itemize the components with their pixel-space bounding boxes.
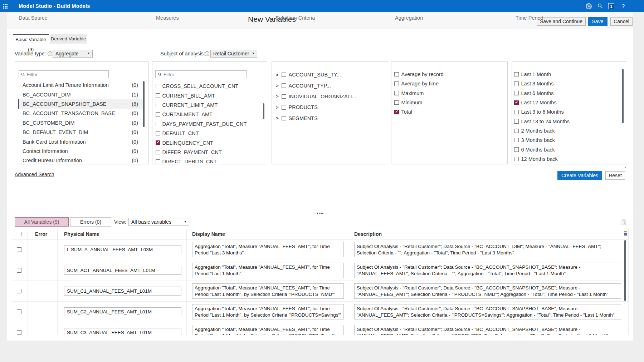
aggregation-checkbox[interactable] bbox=[394, 81, 399, 86]
chevron-right-icon[interactable]: > bbox=[276, 94, 282, 99]
selection-criteria-checkbox[interactable] bbox=[282, 83, 286, 88]
chevron-right-icon[interactable]: > bbox=[276, 72, 282, 78]
display-name-input[interactable]: Aggregation "Total", Measure "ANNUAL_FEE… bbox=[192, 242, 344, 257]
variable-type-dropdown[interactable]: Aggregate ▼ bbox=[53, 50, 93, 58]
list-item[interactable]: CURRENT_LIMIT_AMT bbox=[156, 100, 263, 110]
list-item[interactable]: Account Limit And Tenure Information (0) bbox=[18, 80, 144, 90]
tree-item[interactable]: > ACCOUNT_SUB_TY... bbox=[275, 69, 386, 80]
list-item[interactable]: BC_ACCOUNT_TRANSACTION_BASE (0) bbox=[18, 109, 144, 118]
aggregation-checkbox[interactable] bbox=[394, 110, 399, 114]
list-item[interactable]: Contact Information (0) bbox=[18, 147, 144, 156]
cancel-button[interactable]: Cancel bbox=[610, 17, 633, 26]
time-period-checkbox[interactable] bbox=[514, 81, 519, 86]
list-item[interactable]: CURRENT_BILL_AMT bbox=[156, 91, 263, 100]
description-input[interactable]: Subject Of Analysis - "Retail Customer";… bbox=[354, 263, 621, 278]
description-input[interactable]: Subject Of Analysis - "Retail Customer";… bbox=[354, 242, 621, 257]
list-item[interactable]: BC_ACCOUNT_DIM (1) bbox=[18, 90, 144, 99]
tab-derived-variable[interactable]: Derived Variable bbox=[50, 34, 87, 44]
advanced-search-link[interactable]: Advanced Search bbox=[15, 172, 54, 177]
time-period-checkbox[interactable] bbox=[514, 110, 519, 114]
description-input[interactable]: Subject Of Analysis - "Retail Customer";… bbox=[354, 283, 621, 299]
list-item[interactable]: Average by time bbox=[394, 79, 504, 88]
physical-name-input[interactable]: SUM_C2_ANNUAL_FEES_AMT_L01M bbox=[64, 307, 181, 316]
measure-checkbox[interactable] bbox=[156, 122, 160, 127]
tab-all-variables[interactable]: All Variables (9) bbox=[15, 217, 69, 227]
data-source-filter-input[interactable]: Filter bbox=[19, 70, 109, 78]
aggregation-checkbox[interactable] bbox=[394, 91, 399, 95]
selection-criteria-checkbox[interactable] bbox=[282, 94, 286, 99]
description-input[interactable]: Subject Of Analysis - "Retail Customer";… bbox=[354, 325, 621, 335]
list-item[interactable]: BC_CUSTOMER_DIM (0) bbox=[18, 118, 144, 128]
list-item[interactable]: BC_ACCOUNT_SNAPSHOT_BASE (8) bbox=[18, 99, 144, 109]
time-period-checkbox[interactable] bbox=[514, 147, 519, 152]
measure-checkbox[interactable] bbox=[156, 93, 160, 98]
selection-criteria-checkbox[interactable] bbox=[282, 105, 286, 110]
list-item[interactable]: CROSS_SELL_ACCOUNT_CNT bbox=[156, 81, 263, 91]
time-period-checkbox[interactable] bbox=[514, 138, 519, 143]
create-variables-button[interactable]: Create Variables bbox=[557, 171, 602, 180]
column-header-display-name[interactable]: Display Name bbox=[187, 229, 349, 239]
physical-name-input[interactable]: SUM_C1_ANNUAL_FEES_AMT_L01M bbox=[64, 287, 181, 296]
tab-basic-variable[interactable]: Basic Variable (9) bbox=[13, 34, 49, 44]
time-period-checkbox[interactable] bbox=[514, 91, 519, 95]
chevron-right-icon[interactable]: > bbox=[276, 105, 282, 110]
column-header-description[interactable]: Description bbox=[349, 229, 629, 239]
column-header-physical-name[interactable]: Physical Name bbox=[58, 229, 187, 239]
list-item[interactable]: Minimum bbox=[394, 98, 504, 107]
search-icon[interactable] bbox=[596, 0, 604, 12]
subject-of-analysis-dropdown[interactable]: Retail Customer ▼ bbox=[210, 50, 257, 58]
row-select-checkbox[interactable] bbox=[17, 289, 21, 293]
row-select-checkbox[interactable] bbox=[17, 247, 21, 252]
measure-checkbox[interactable] bbox=[156, 159, 160, 164]
help-icon[interactable]: ? bbox=[620, 0, 627, 12]
selection-criteria-checkbox[interactable] bbox=[282, 116, 286, 121]
description-input[interactable]: Subject Of Analysis - "Retail Customer";… bbox=[354, 304, 621, 319]
view-dropdown[interactable]: All basic variables ▼ bbox=[128, 218, 189, 226]
display-name-input[interactable]: Aggregation "Total", Measure "ANNUAL_FEE… bbox=[192, 263, 344, 278]
selection-criteria-list[interactable]: > ACCOUNT_SUB_TY... > ACCOUNT_TYP... > I… bbox=[275, 69, 386, 163]
measure-checkbox[interactable] bbox=[156, 103, 160, 108]
select-all-checkbox[interactable] bbox=[17, 232, 21, 237]
list-item[interactable]: Credit Bureau Information (0) bbox=[18, 156, 144, 164]
tab-errors[interactable]: Errors (0) bbox=[70, 217, 111, 227]
time-period-checkbox[interactable] bbox=[514, 100, 519, 105]
list-item[interactable]: DIRECT_DEBITS_CNT bbox=[156, 157, 263, 164]
time-period-checkbox[interactable] bbox=[514, 129, 519, 133]
notification-badge[interactable]: 1 bbox=[608, 3, 614, 9]
list-item[interactable]: Bank Card Lost Information (0) bbox=[18, 137, 144, 146]
list-item[interactable]: BC_DEFAULT_EVENT_DIM (0) bbox=[18, 128, 144, 137]
measure-checkbox[interactable] bbox=[156, 140, 160, 145]
measure-checkbox[interactable] bbox=[156, 150, 160, 155]
display-name-input[interactable]: Aggregation "Total", Measure "ANNUAL_FEE… bbox=[192, 325, 344, 335]
physical-name-input[interactable]: I_SUM_A_ANNUAL_FEES_AMT_L03M bbox=[64, 245, 181, 254]
time-period-scrollbar[interactable] bbox=[622, 69, 624, 123]
list-item[interactable]: 2 Months back bbox=[513, 126, 623, 135]
list-item[interactable]: 12 Months back bbox=[513, 154, 623, 163]
measures-scrollbar[interactable] bbox=[263, 103, 264, 119]
delete-icon[interactable] bbox=[621, 219, 626, 225]
info-icon[interactable]: i bbox=[205, 51, 209, 56]
list-item[interactable]: Last 6 Months bbox=[513, 89, 623, 98]
app-switcher-icon[interactable] bbox=[3, 4, 8, 9]
time-period-list[interactable]: Last 1 Month Last 3 Months Last 6 Months… bbox=[513, 70, 623, 163]
list-item[interactable]: DIFFER_PAYMENT_CNT bbox=[156, 148, 263, 157]
data-source-scrollbar[interactable] bbox=[143, 81, 145, 127]
aggregation-checkbox[interactable] bbox=[394, 72, 399, 77]
table-scrollbar[interactable] bbox=[624, 240, 626, 301]
tree-item[interactable]: > INDIVIDUAL_ORGANIZATI... bbox=[275, 91, 386, 102]
data-source-list[interactable]: Account Limit And Tenure Information (0)… bbox=[18, 80, 144, 164]
row-select-checkbox[interactable] bbox=[17, 309, 21, 314]
list-item[interactable]: Last 3 Months bbox=[513, 79, 623, 88]
list-item[interactable]: Total bbox=[394, 107, 504, 116]
row-select-checkbox[interactable] bbox=[17, 330, 21, 335]
reset-button[interactable]: Reset bbox=[605, 171, 625, 180]
selection-criteria-checkbox[interactable] bbox=[282, 73, 286, 77]
list-item[interactable]: DEFAULT_CNT bbox=[156, 129, 263, 138]
measures-filter-input[interactable]: Filter bbox=[155, 70, 247, 78]
list-item[interactable]: DELINQUENCY_CNT bbox=[156, 138, 263, 147]
info-icon[interactable]: i bbox=[48, 51, 52, 56]
physical-name-input[interactable]: SUM_C3_ANNUAL_FEES_AMT_L01M bbox=[64, 328, 181, 335]
save-and-continue-button[interactable]: Save and Continue bbox=[537, 17, 586, 26]
list-item[interactable]: Last 1 Month bbox=[513, 70, 623, 79]
display-name-input[interactable]: Aggregation "Total", Measure "ANNUAL_FEE… bbox=[192, 304, 344, 319]
